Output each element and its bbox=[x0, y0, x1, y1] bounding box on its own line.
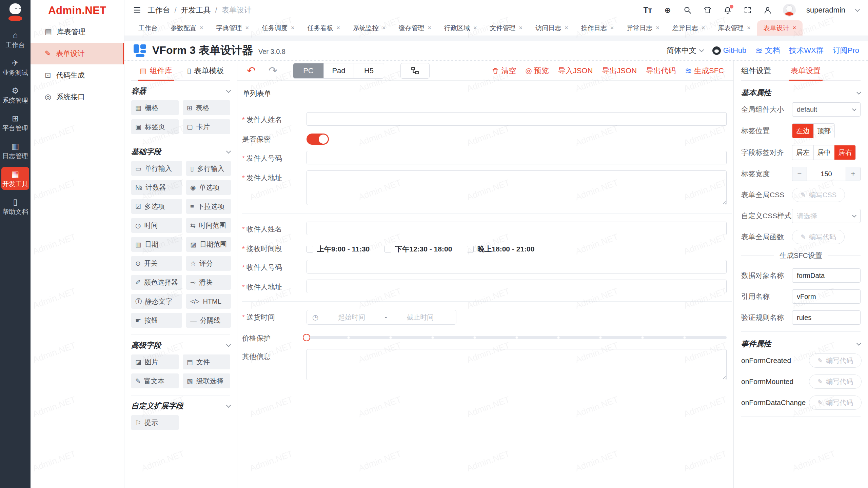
timeslot-option-morning[interactable]: 上午9:00 - 11:30 bbox=[307, 244, 370, 254]
page-tab[interactable]: 库表管理× bbox=[711, 20, 757, 36]
search-icon[interactable] bbox=[683, 5, 692, 15]
tab-widget-settings[interactable]: 组件设置 bbox=[741, 61, 771, 80]
receiver-name-input[interactable] bbox=[307, 222, 727, 235]
close-icon[interactable]: × bbox=[337, 24, 340, 32]
font-size-icon[interactable]: Tт bbox=[643, 5, 652, 15]
widget-divider[interactable]: —分隔线 bbox=[186, 313, 231, 328]
page-tab[interactable]: 差异日志× bbox=[666, 20, 712, 36]
tab-form-templates[interactable]: ▯ 表单模板 bbox=[181, 61, 230, 80]
rail-item-system-mgmt[interactable]: ⚙ 系统管理 bbox=[1, 84, 29, 106]
component-size-select[interactable]: default bbox=[792, 102, 861, 117]
widget-date-range[interactable]: ▨日期范围 bbox=[186, 237, 231, 252]
close-icon[interactable]: × bbox=[473, 24, 477, 32]
form-field-sender-phone[interactable]: *发件人号码 bbox=[242, 151, 732, 164]
tab-widget-library[interactable]: ▤ 组件库 bbox=[131, 61, 181, 80]
widget-rich-text[interactable]: ✎富文本 bbox=[131, 373, 179, 388]
price-protection-slider[interactable] bbox=[307, 336, 727, 339]
fullscreen-icon[interactable] bbox=[743, 5, 752, 15]
widget-button[interactable]: ☛按钮 bbox=[131, 313, 182, 328]
page-tab[interactable]: 系统监控× bbox=[347, 20, 392, 36]
edit-code-button[interactable]: ✎编写代码 bbox=[809, 374, 862, 389]
widget-radio[interactable]: ◉单选项 bbox=[186, 180, 231, 195]
end-time-placeholder[interactable]: 截止时间 bbox=[390, 313, 451, 322]
close-icon[interactable]: × bbox=[747, 24, 751, 32]
page-tab[interactable]: 字典管理× bbox=[210, 20, 256, 36]
rail-item-platform-mgmt[interactable]: ⊞ 平台管理 bbox=[1, 111, 29, 134]
widget-static-text[interactable]: Ⓣ静态文字 bbox=[131, 294, 182, 309]
form-field-sender-address[interactable]: *发件人地址 bbox=[242, 170, 732, 205]
collapse-menu-icon[interactable]: ☰ bbox=[133, 5, 141, 15]
export-json-button[interactable]: 导出JSON bbox=[602, 66, 637, 76]
section-header[interactable]: 基础字段 bbox=[131, 143, 230, 161]
rail-item-log-mgmt[interactable]: ▥ 日志管理 bbox=[1, 139, 29, 162]
close-icon[interactable]: × bbox=[610, 24, 614, 32]
breadcrumb-item[interactable]: 工作台 bbox=[147, 5, 170, 15]
widget-textarea[interactable]: ▯多行输入 bbox=[186, 161, 231, 176]
form-title[interactable]: 单列表单 bbox=[242, 86, 732, 104]
outline-tree-button[interactable] bbox=[400, 63, 430, 79]
notification-icon[interactable] bbox=[723, 5, 732, 15]
widget-alert[interactable]: ⚐提示 bbox=[131, 415, 179, 430]
sender-phone-input[interactable] bbox=[307, 151, 727, 164]
clear-button[interactable]: 清空 bbox=[492, 66, 516, 76]
docs-link[interactable]: ≋文档 bbox=[755, 45, 780, 56]
rail-item-help-docs[interactable]: ▯ 帮助文档 bbox=[1, 195, 29, 218]
device-pc-button[interactable]: PC bbox=[293, 63, 323, 78]
section-header[interactable]: 高级字段 bbox=[131, 336, 230, 354]
widget-slider[interactable]: ⊸滑块 bbox=[186, 275, 231, 290]
widget-time[interactable]: ◷时间 bbox=[131, 218, 182, 233]
label-align-center-button[interactable]: 居中 bbox=[813, 145, 834, 160]
import-json-button[interactable]: 导入JSON bbox=[558, 66, 593, 76]
theme-icon[interactable] bbox=[703, 5, 712, 15]
page-tab-form-design[interactable]: 表单设计× bbox=[757, 20, 803, 36]
github-link[interactable]: GitHub bbox=[712, 46, 746, 55]
close-icon[interactable]: × bbox=[793, 24, 796, 32]
widget-rate[interactable]: ☆评分 bbox=[186, 256, 231, 271]
receiver-phone-input[interactable] bbox=[307, 260, 727, 273]
delivery-time-range-picker[interactable]: ◷ 起始时间 - 截止时间 bbox=[307, 310, 456, 325]
widget-date[interactable]: ▥日期 bbox=[131, 237, 182, 252]
checkbox-icon[interactable] bbox=[384, 246, 391, 252]
close-icon[interactable]: × bbox=[565, 24, 568, 32]
form-field-other-info[interactable]: 其他信息 bbox=[242, 349, 732, 380]
widget-select[interactable]: ≡下拉选项 bbox=[186, 199, 231, 214]
other-info-textarea[interactable] bbox=[307, 349, 727, 380]
redo-icon[interactable]: ↷ bbox=[269, 65, 277, 76]
slider-handle[interactable] bbox=[303, 334, 310, 341]
edit-code-button[interactable]: ✎编写代码 bbox=[809, 395, 862, 410]
widget-grid[interactable]: ▦栅格 bbox=[131, 100, 179, 115]
widget-checkbox[interactable]: ☑多选项 bbox=[131, 199, 182, 214]
page-tab-workbench[interactable]: 工作台 bbox=[132, 20, 164, 36]
sender-name-input[interactable] bbox=[307, 112, 727, 126]
page-tab[interactable]: 访问日志× bbox=[529, 20, 575, 36]
page-tab[interactable]: 文件管理× bbox=[484, 20, 529, 36]
close-icon[interactable]: × bbox=[656, 24, 659, 32]
preview-button[interactable]: ◎ 预览 bbox=[525, 66, 549, 76]
generate-sfc-button[interactable]: ≋ 生成SFC bbox=[685, 66, 724, 76]
ref-name-input[interactable] bbox=[792, 289, 861, 304]
form-field-receiver-name[interactable]: *收件人姓名 bbox=[242, 222, 732, 235]
label-position-top-button[interactable]: 顶部 bbox=[813, 124, 834, 138]
sidebar-item-code-gen[interactable]: ⊡ 代码生成 bbox=[31, 64, 124, 86]
page-tab[interactable]: 参数配置× bbox=[164, 20, 210, 36]
label-position-left-button[interactable]: 左边 bbox=[792, 124, 813, 138]
form-canvas[interactable]: 单列表单 *发件人姓名 是否保密 *发件人号码 bbox=[237, 81, 733, 488]
widget-cascader[interactable]: ▧级联选择 bbox=[183, 373, 230, 388]
sidebar-item-system-api[interactable]: ◎ 系统接口 bbox=[31, 86, 124, 108]
form-field-receive-timeslot[interactable]: *接收时间段 上午9:00 - 11:30 下午12:30 - 18:00 晚上… bbox=[242, 241, 732, 254]
tab-form-settings[interactable]: 表单设置 bbox=[791, 61, 821, 80]
custom-css-select[interactable]: 请选择 bbox=[792, 209, 861, 223]
language-icon[interactable]: ⊕ bbox=[663, 5, 672, 15]
timeslot-option-afternoon[interactable]: 下午12:30 - 18:00 bbox=[384, 244, 452, 254]
receiver-address-input[interactable] bbox=[307, 280, 727, 293]
form-field-receiver-phone[interactable]: *收件人号码 bbox=[242, 260, 732, 273]
widget-switch[interactable]: ⊙开关 bbox=[131, 256, 182, 271]
widget-single-input[interactable]: ▭单行输入 bbox=[131, 161, 182, 176]
close-icon[interactable]: × bbox=[702, 24, 705, 32]
close-icon[interactable]: × bbox=[519, 24, 523, 32]
form-field-sender-name[interactable]: *发件人姓名 bbox=[242, 112, 732, 126]
data-object-name-input[interactable] bbox=[792, 268, 861, 283]
device-h5-button[interactable]: H5 bbox=[354, 63, 384, 78]
widget-counter[interactable]: №计数器 bbox=[131, 180, 182, 195]
close-icon[interactable]: × bbox=[428, 24, 432, 32]
